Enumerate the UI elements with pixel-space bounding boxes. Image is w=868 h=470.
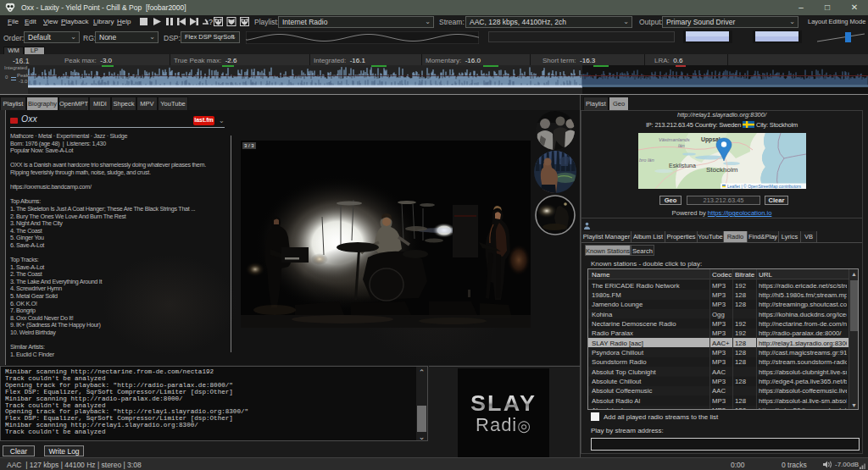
svg-text:?: ? [209,18,213,26]
svg-text:Leaflet | © OpenStreetMap cont: Leaflet | © OpenStreetMap contributors [727,184,801,189]
svg-text:Stockholm: Stockholm [706,166,738,174]
svg-text:bro län: bro län [639,158,654,163]
svg-text:Västmanlands: Västmanlands [659,137,690,142]
svg-text:Eskilstuna: Eskilstuna [669,163,696,169]
svg-text:län: län [678,143,685,148]
